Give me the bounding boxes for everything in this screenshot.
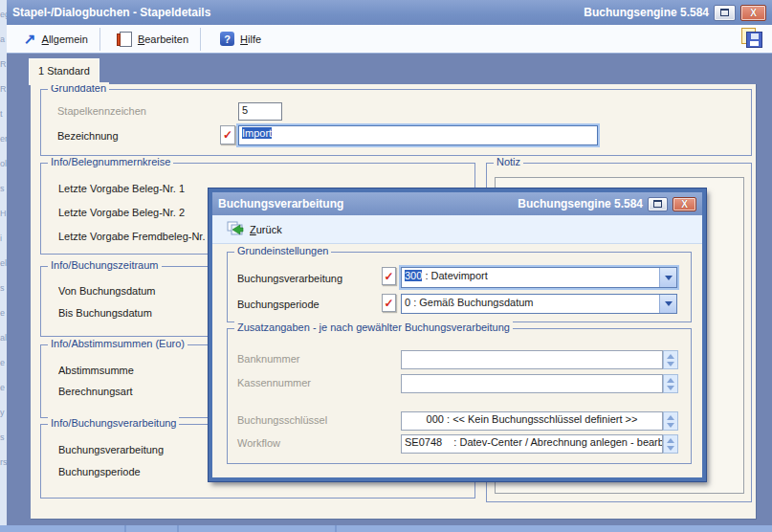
bezeichnung-field[interactable]: Import: [238, 125, 598, 145]
allgemein-label: Allgemein: [42, 33, 88, 45]
restore-button[interactable]: [714, 5, 736, 21]
red-check-icon: ✓: [384, 271, 393, 282]
red-check-icon: ✓: [384, 298, 393, 309]
group-grunddaten: Grunddaten Stapelkennzeichen 5 Bezeichnu…: [40, 89, 752, 156]
group-notiz-title: Notiz: [494, 156, 523, 167]
berechnungsart-label: Berechnungsart: [58, 386, 133, 397]
banknummer-label: Banknummer: [237, 353, 299, 365]
floppy-disk-icon: [746, 32, 762, 48]
combo-rest-text: : Datevimport: [422, 270, 487, 281]
screen: eg a R R t er ol s H i el s e al e e y s…: [0, 0, 772, 532]
zurueck-link[interactable]: Zurück: [250, 224, 282, 235]
toolbar-separator: [200, 28, 201, 51]
save-button[interactable]: [739, 27, 764, 52]
dlg-buchungsperiode-label: Buchungsperiode: [237, 299, 320, 310]
workflow-spinner[interactable]: [663, 434, 678, 454]
group-abstimmsummen-title: Info/Abstimmsummen (Euro): [48, 338, 187, 349]
group-belegnummernkreise-title: Info/Belegnummernkreise: [48, 156, 173, 167]
buchungsperiode-combo-text: 0 : Gemäß Buchungsdatum: [402, 295, 659, 313]
main-engine-label: Buchungsengine 5.584: [584, 6, 709, 19]
stapelkennzeichen-field[interactable]: 5: [238, 102, 282, 121]
buchungsperiode-confirm-button[interactable]: ✓: [382, 294, 396, 312]
letzte-vorgabe-beleg-nr-2-label: Letzte Vorgabe Beleg-Nr. 2: [58, 207, 185, 218]
kassennummer-field[interactable]: [401, 374, 663, 393]
help-icon: ?: [220, 32, 234, 46]
buchungsperiode-info-label: Buchungsperiode: [58, 466, 141, 477]
bezeichnung-selected-text: Import: [242, 127, 272, 139]
close-icon: X: [750, 8, 757, 18]
kassennummer-label: Kassennummer: [237, 377, 311, 388]
edit-document-icon: [120, 32, 132, 47]
group-zusatzangaben: Zusatzangaben - je nach gewählter Buchun…: [227, 328, 692, 464]
buchungsschluessel-label: Buchungsschlüssel: [237, 414, 327, 426]
bis-buchungsdatum-label: Bis Buchungsdatum: [58, 307, 152, 319]
buchungsverarbeitung-combo-text: 300 : Datevimport: [402, 268, 659, 287]
bearbeiten-button[interactable]: Bearbeiten: [110, 29, 198, 50]
back-icon: [227, 221, 244, 237]
spin-down-icon: [667, 446, 674, 451]
close-button[interactable]: X: [740, 5, 766, 21]
restore-icon: [720, 9, 729, 16]
letzte-vorgabe-fremdbeleg-nr-label: Letzte Vorgabe Fremdbeleg-Nr.: [58, 231, 205, 242]
spin-up-icon: [667, 354, 674, 359]
buchungsverarbeitung-combobox[interactable]: 300 : Datevimport: [401, 267, 677, 288]
group-grundeinstellungen-title: Grundeinstellungen: [234, 245, 331, 256]
dialog-title: Buchungsverarbeitung: [212, 197, 518, 211]
dialog-toolbar: Zurück: [212, 215, 702, 244]
spin-down-icon: [667, 362, 674, 366]
main-toolbar: ↗ Allgemein Bearbeiten ? Hilfe: [7, 25, 772, 54]
combo-selected-code: 300: [405, 270, 422, 281]
bottom-strip-mark: [124, 525, 126, 532]
main-window-title: Stapel-/Dialogbuchen - Stapeldetails: [7, 6, 584, 19]
bottom-edge-strip: [0, 525, 772, 532]
spin-down-icon: [667, 386, 674, 390]
bezeichnung-confirm-button[interactable]: ✓: [220, 125, 235, 144]
red-check-icon: ✓: [223, 129, 232, 141]
von-buchungsdatum-label: Von Buchungsdatum: [58, 285, 156, 297]
arrow-up-right-icon: ↗: [24, 32, 36, 46]
spin-down-icon: [667, 423, 674, 428]
buchungsperiode-combobox[interactable]: 0 : Gemäß Buchungsdatum: [401, 294, 677, 314]
buchungsverarbeitung-confirm-button[interactable]: ✓: [382, 267, 396, 285]
restore-icon: [653, 200, 662, 208]
group-grundeinstellungen: Grundeinstellungen Buchungsverarbeitung …: [227, 252, 692, 322]
hilfe-label: Hilfe: [240, 33, 261, 45]
buchungsschluessel-field[interactable]: 000 : << Kein Buchungsschlüssel definier…: [401, 411, 663, 431]
close-icon: X: [681, 199, 688, 210]
banknummer-spinner[interactable]: [663, 350, 678, 369]
group-buchungszeitraum-title: Info/Buchungszeitraum: [48, 259, 162, 271]
spin-up-icon: [667, 378, 674, 383]
chevron-down-icon[interactable]: [659, 268, 676, 287]
bearbeiten-label: Bearbeiten: [138, 33, 188, 45]
dlg-buchungsverarbeitung-label: Buchungsverarbeitung: [237, 273, 342, 284]
dialog-content: Grundeinstellungen Buchungsverarbeitung …: [212, 244, 702, 477]
bezeichnung-label: Bezeichnung: [57, 130, 119, 142]
buchungsschluessel-spinner[interactable]: [663, 411, 678, 431]
bottom-strip-mark: [177, 525, 179, 532]
hilfe-button[interactable]: ? Hilfe: [210, 29, 271, 49]
buchungsverarbeitung-dialog: Buchungsverarbeitung Buchungsengine 5.58…: [209, 188, 706, 481]
dialog-restore-button[interactable]: [648, 197, 668, 211]
bottom-strip-mark: [335, 525, 337, 532]
tab-standard-label: 1 Standard: [38, 65, 90, 77]
tab-standard[interactable]: 1 Standard: [29, 58, 99, 85]
dialog-close-button[interactable]: X: [673, 197, 696, 211]
spin-up-icon: [667, 415, 674, 420]
group-buchungsverarbeitung-info-title: Info/Buchungsverarbeitung: [48, 417, 179, 429]
letzte-vorgabe-beleg-nr-1-label: Letzte Vorgabe Beleg-Nr. 1: [58, 183, 185, 194]
main-titlebar[interactable]: Stapel-/Dialogbuchen - Stapeldetails Buc…: [7, 0, 772, 25]
toolbar-separator: [99, 28, 100, 51]
spin-up-icon: [667, 438, 674, 443]
banknummer-field[interactable]: [401, 350, 663, 369]
buchungsverarbeitung-info-label: Buchungsverarbeitung: [58, 444, 164, 455]
group-zusatzangaben-title: Zusatzangaben - je nach gewählter Buchun…: [234, 321, 513, 333]
workflow-field[interactable]: SE0748 : Datev-Center / Abrechnung anleg…: [401, 434, 663, 454]
stapelkennzeichen-label: Stapelkennzeichen: [57, 105, 146, 117]
workflow-label: Workflow: [237, 437, 280, 449]
kassennummer-spinner[interactable]: [663, 374, 678, 393]
allgemein-button[interactable]: ↗ Allgemein: [14, 29, 98, 49]
dialog-titlebar[interactable]: Buchungsverarbeitung Buchungsengine 5.58…: [212, 192, 702, 215]
chevron-down-icon[interactable]: [659, 295, 676, 313]
background-window-edge: eg a R R t er ol s H i el s e al e e y s…: [0, 0, 7, 532]
dialog-engine-label: Buchungsengine 5.584: [518, 197, 643, 211]
